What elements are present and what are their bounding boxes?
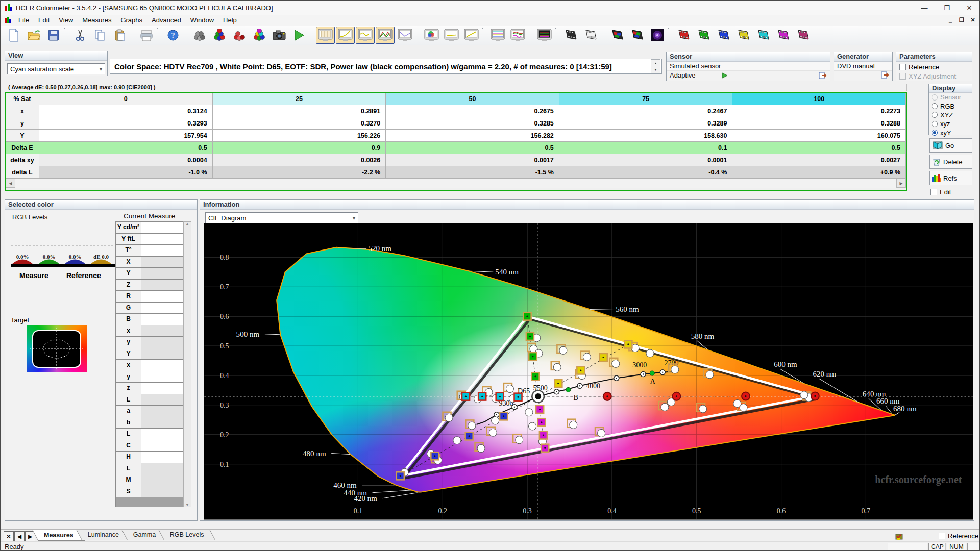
radio-icon[interactable] — [932, 94, 938, 101]
information-selector[interactable]: CIE Diagram▾ — [205, 212, 358, 223]
sensor-gray-icon[interactable] — [190, 27, 209, 44]
sensor-export-icon[interactable] — [819, 72, 827, 79]
film-rgb2-icon[interactable] — [628, 27, 647, 44]
new-file-icon[interactable] — [4, 27, 23, 44]
menu-window[interactable]: Window — [186, 15, 218, 25]
film-red-icon[interactable] — [674, 27, 693, 44]
menu-help[interactable]: Help — [218, 15, 241, 25]
sensor-rgb-icon[interactable] — [210, 27, 229, 44]
scroll-right-icon[interactable]: ▶ — [896, 179, 906, 188]
scroll-up-icon[interactable]: ▲ — [184, 222, 191, 226]
radio-icon[interactable] — [932, 112, 938, 118]
tab-rgb-levels[interactable]: RGB Levels — [159, 530, 215, 540]
monitor-rgbcurves-icon[interactable] — [376, 27, 395, 44]
film-rgb-icon[interactable] — [608, 27, 627, 44]
measure-v-scrollbar[interactable]: ▲ ▼ — [183, 221, 191, 507]
view-selector[interactable]: Cyan saturation scale▾ — [7, 63, 105, 74]
film-black-icon[interactable] — [561, 27, 580, 44]
scroll-down-icon[interactable]: ▼ — [654, 68, 657, 71]
film-cyan-icon[interactable] — [754, 27, 773, 44]
run-measure-icon[interactable] — [289, 27, 308, 44]
camera-icon[interactable] — [270, 27, 288, 44]
edit-checkbox[interactable] — [930, 189, 937, 195]
flare-icon[interactable] — [648, 27, 667, 44]
monitor-gamma-icon[interactable] — [336, 27, 355, 44]
restore-icon[interactable]: ❐ — [936, 1, 958, 15]
tab-close-button[interactable]: ✕ — [4, 531, 14, 541]
generator-export-icon[interactable] — [881, 71, 889, 79]
cie-diagram[interactable]: AB93005500400030002700D65520 nm540 nm560… — [204, 223, 973, 520]
monitor-rise-icon[interactable] — [462, 27, 481, 44]
film-green-icon[interactable] — [694, 27, 713, 44]
monitor-grid-icon[interactable] — [316, 27, 335, 44]
menu-edit[interactable]: Edit — [34, 15, 54, 25]
save-icon[interactable] — [44, 27, 63, 44]
radio-icon[interactable] — [932, 103, 938, 109]
measure-row-label: S — [116, 486, 141, 498]
refs-button[interactable]: Refs — [929, 171, 972, 185]
monitor-wave-icon[interactable] — [356, 27, 375, 44]
monitor-multilines-icon[interactable] — [488, 27, 507, 44]
display-option-xyy[interactable]: xyY — [929, 129, 972, 137]
monitor-curves2-icon[interactable] — [508, 27, 527, 44]
menu-view[interactable]: View — [54, 15, 78, 25]
parameters-panel-title: Parameters — [896, 52, 972, 62]
film-yellow-icon[interactable] — [734, 27, 753, 44]
mdi-minimize-icon[interactable]: ‗ — [945, 17, 956, 23]
film-magenta-icon[interactable] — [774, 27, 793, 44]
close-icon[interactable]: ✕ — [958, 1, 980, 15]
measure-row-label: M — [116, 474, 141, 486]
minimize-icon[interactable]: — — [913, 1, 936, 15]
film-white-icon[interactable] — [581, 27, 600, 44]
display-option-sensor[interactable]: Sensor — [929, 93, 972, 102]
monitor-flat-icon[interactable] — [442, 27, 461, 44]
print-icon[interactable] — [137, 27, 156, 44]
generator-panel-title: Generator — [834, 52, 892, 62]
monitor-cie-icon[interactable] — [422, 27, 441, 44]
go-button[interactable]: Go — [929, 138, 972, 153]
info-scroll-spinner[interactable]: ▲▼ — [651, 59, 660, 73]
svg-text:480 nm: 480 nm — [303, 449, 326, 458]
radio-icon[interactable] — [932, 130, 938, 136]
scroll-up-icon[interactable]: ▲ — [654, 62, 657, 65]
reference-toggle-checkbox[interactable] — [939, 533, 945, 539]
delete-button[interactable]: Delete — [929, 155, 972, 169]
film-blue-icon[interactable] — [714, 27, 733, 44]
measure-row-label: a — [116, 406, 141, 417]
notes-icon[interactable] — [895, 532, 904, 540]
sensor-multi-icon[interactable] — [250, 27, 268, 44]
svg-text:A: A — [650, 377, 656, 385]
display-option-xyz[interactable]: xyz — [929, 119, 972, 128]
mdi-restore-icon[interactable]: ❐ — [956, 17, 967, 23]
menu-file[interactable]: File — [14, 15, 34, 25]
refs-button-label: Refs — [943, 174, 957, 182]
sensor-red-icon[interactable] — [230, 27, 249, 44]
display-option-rgb[interactable]: RGB — [929, 102, 972, 110]
mdi-close-icon[interactable]: ✕ — [967, 17, 978, 23]
menu-measures[interactable]: Measures — [78, 15, 116, 25]
paste-icon[interactable] — [110, 27, 129, 44]
scroll-left-icon[interactable]: ◀ — [6, 179, 15, 188]
display-option-xyz[interactable]: XYZ — [929, 111, 972, 119]
monitor-dark-icon[interactable] — [535, 27, 554, 44]
window-title: HCFR Colorimeter - 3.5.4.2 - [SAMSUNG 65… — [16, 4, 273, 12]
menu-advanced[interactable]: Advanced — [147, 15, 186, 25]
reference-checkbox[interactable] — [899, 64, 906, 70]
scroll-down-icon[interactable]: ▼ — [184, 503, 191, 507]
cut-icon[interactable] — [70, 27, 89, 44]
help-icon[interactable]: ? — [163, 27, 182, 44]
reference-checkbox-row[interactable]: Reference — [896, 62, 972, 71]
copy-icon[interactable] — [90, 27, 109, 44]
monitor-dip-icon[interactable] — [396, 27, 414, 44]
film-multi-icon[interactable] — [794, 27, 813, 44]
tab-prev-button[interactable]: ◀ — [14, 531, 24, 541]
menu-graphs[interactable]: Graphs — [116, 15, 147, 25]
table-h-scrollbar[interactable]: ◀ ▶ — [6, 179, 906, 188]
edit-checkbox-row[interactable]: Edit — [930, 188, 951, 196]
measure-row-label: x — [116, 325, 141, 337]
reference-toggle-row[interactable]: Reference — [939, 532, 978, 540]
radio-icon[interactable] — [932, 121, 938, 127]
sensor-run-icon[interactable] — [721, 72, 728, 79]
open-file-icon[interactable] — [24, 27, 43, 44]
svg-text:D65: D65 — [518, 387, 530, 395]
